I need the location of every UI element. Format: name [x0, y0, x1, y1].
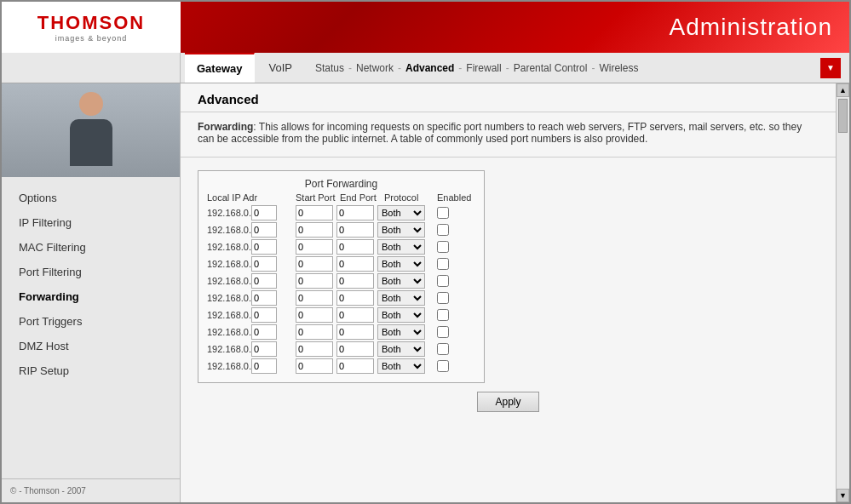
submenu-network[interactable]: Network	[356, 62, 394, 74]
scrollbar[interactable]: ▲ ▼	[836, 83, 849, 502]
tab-voip[interactable]: VoIP	[256, 53, 304, 83]
row-2-end-port-input[interactable]	[336, 239, 374, 255]
row-9-start-port-input[interactable]	[296, 358, 333, 374]
row-7-start-port-input[interactable]	[296, 324, 333, 340]
row-3-ip-last-input[interactable]	[251, 256, 277, 272]
submenu-advanced[interactable]: Advanced	[405, 62, 454, 74]
row-4-enabled-checkbox[interactable]	[437, 275, 449, 287]
row-0-protocol-select[interactable]: BothTCPUDP	[377, 205, 425, 220]
row-2-protocol-select[interactable]: BothTCPUDP	[377, 239, 425, 255]
row-6-enabled-checkbox[interactable]	[437, 309, 449, 321]
row-2-start-port-input[interactable]	[296, 239, 333, 255]
row-0-end-port-input[interactable]	[336, 205, 374, 220]
logo: THOMSON images & beyond	[37, 12, 145, 43]
logo-area: THOMSON images & beyond	[2, 2, 181, 53]
table-header: Local IP Adr Start Port End Port Protoco…	[207, 192, 475, 203]
row-8-start-port-input[interactable]	[296, 341, 333, 357]
row-1-protocol-select[interactable]: BothTCPUDP	[377, 222, 425, 238]
sidebar-item-port-filtering[interactable]: Port Filtering	[2, 260, 180, 284]
submenu-status[interactable]: Status	[315, 62, 344, 74]
row-6-end-port-input[interactable]	[336, 307, 374, 323]
scroll-up-arrow[interactable]: ▲	[837, 83, 849, 97]
table-row: 192.168.0.BothTCPUDP	[207, 324, 475, 340]
sidebar-item-options[interactable]: Options	[2, 186, 180, 210]
table-row: 192.168.0.BothTCPUDP	[207, 358, 475, 374]
row-5-enabled-checkbox[interactable]	[437, 292, 449, 304]
row-9-ip-prefix: 192.168.0.	[207, 361, 251, 371]
sidebar-item-dmz-host[interactable]: DMZ Host	[2, 334, 180, 358]
tab-gateway[interactable]: Gateway	[185, 53, 255, 83]
row-9-ip-last-input[interactable]	[251, 358, 277, 374]
row-0-ip-prefix: 192.168.0.	[207, 208, 251, 218]
row-6-ip-group: 192.168.0.	[207, 307, 292, 323]
nav-dropdown-button[interactable]: ▼	[820, 58, 841, 78]
row-4-ip-prefix: 192.168.0.	[207, 276, 251, 286]
row-2-ip-last-input[interactable]	[251, 239, 277, 255]
scroll-track[interactable]	[837, 97, 849, 489]
submenu-firewall[interactable]: Firewall	[466, 62, 501, 74]
header-enabled: Enabled	[437, 192, 475, 203]
submenu-wireless[interactable]: Wireless	[599, 62, 638, 74]
row-1-end-port-input[interactable]	[336, 222, 374, 238]
table-row: 192.168.0.BothTCPUDP	[207, 290, 475, 306]
sidebar-footer: © - Thomson - 2007	[2, 478, 180, 502]
description-area: Forwarding: This allows for incoming req…	[181, 112, 836, 158]
row-5-protocol-select[interactable]: BothTCPUDP	[377, 290, 425, 306]
row-3-end-port-input[interactable]	[336, 256, 374, 272]
row-5-ip-last-input[interactable]	[251, 290, 277, 306]
row-1-enabled-checkbox[interactable]	[437, 224, 449, 236]
row-9-protocol-select[interactable]: BothTCPUDP	[377, 358, 425, 374]
sidebar-item-rip-setup[interactable]: RIP Setup	[2, 358, 180, 383]
row-7-enabled-checkbox[interactable]	[437, 326, 449, 338]
scroll-thumb[interactable]	[838, 99, 848, 133]
table-row: 192.168.0.BothTCPUDP	[207, 222, 475, 238]
sidebar-item-forwarding[interactable]: Forwarding	[2, 284, 180, 309]
row-0-enabled-checkbox[interactable]	[437, 207, 449, 219]
row-8-protocol-select[interactable]: BothTCPUDP	[377, 341, 425, 357]
row-3-enabled-checkbox[interactable]	[437, 258, 449, 270]
row-5-start-port-input[interactable]	[296, 290, 333, 306]
row-2-enabled-checkbox[interactable]	[437, 241, 449, 253]
row-8-end-port-input[interactable]	[336, 341, 374, 357]
sidebar-image	[2, 83, 180, 177]
row-6-ip-last-input[interactable]	[251, 307, 277, 323]
sidebar-item-port-triggers[interactable]: Port Triggers	[2, 309, 180, 334]
table-row: 192.168.0.BothTCPUDP	[207, 341, 475, 357]
main-area: Options IP Filtering MAC Filtering Port …	[2, 83, 849, 502]
row-4-protocol-select[interactable]: BothTCPUDP	[377, 273, 425, 289]
scroll-down-arrow[interactable]: ▼	[837, 489, 849, 502]
row-0-start-port-input[interactable]	[296, 205, 333, 220]
header-protocol: Protocol	[384, 192, 434, 203]
row-7-ip-prefix: 192.168.0.	[207, 327, 251, 337]
logo-tagline: images & beyond	[55, 34, 128, 43]
app-title: Administration	[670, 14, 832, 41]
row-7-end-port-input[interactable]	[336, 324, 374, 340]
row-4-end-port-input[interactable]	[336, 273, 374, 289]
row-9-enabled-checkbox[interactable]	[437, 360, 449, 372]
nav-left-spacer	[2, 53, 181, 83]
row-7-ip-last-input[interactable]	[251, 324, 277, 340]
row-2-ip-group: 192.168.0.	[207, 239, 292, 255]
row-0-ip-last-input[interactable]	[251, 205, 277, 220]
row-8-enabled-checkbox[interactable]	[437, 343, 449, 355]
row-9-end-port-input[interactable]	[336, 358, 374, 374]
row-7-protocol-select[interactable]: BothTCPUDP	[377, 324, 425, 340]
row-3-protocol-select[interactable]: BothTCPUDP	[377, 256, 425, 272]
row-1-start-port-input[interactable]	[296, 222, 333, 238]
row-5-end-port-input[interactable]	[336, 290, 374, 306]
table-row: 192.168.0.BothTCPUDP	[207, 273, 475, 289]
row-8-ip-last-input[interactable]	[251, 341, 277, 357]
row-6-start-port-input[interactable]	[296, 307, 333, 323]
submenu-parental-control[interactable]: Parental Control	[514, 62, 588, 74]
row-6-protocol-select[interactable]: BothTCPUDP	[377, 307, 425, 323]
row-4-ip-last-input[interactable]	[251, 273, 277, 289]
port-forwarding-table: Port Forwarding Local IP Adr Start Port …	[198, 170, 485, 383]
sidebar-item-ip-filtering[interactable]: IP Filtering	[2, 210, 180, 235]
apply-button[interactable]: Apply	[477, 392, 538, 412]
sidebar-item-mac-filtering[interactable]: MAC Filtering	[2, 235, 180, 260]
row-4-start-port-input[interactable]	[296, 273, 333, 289]
row-4-ip-group: 192.168.0.	[207, 273, 292, 289]
row-1-ip-last-input[interactable]	[251, 222, 277, 238]
nav-bar: Gateway VoIP Status - Network - Advanced…	[2, 53, 849, 83]
row-3-start-port-input[interactable]	[296, 256, 333, 272]
